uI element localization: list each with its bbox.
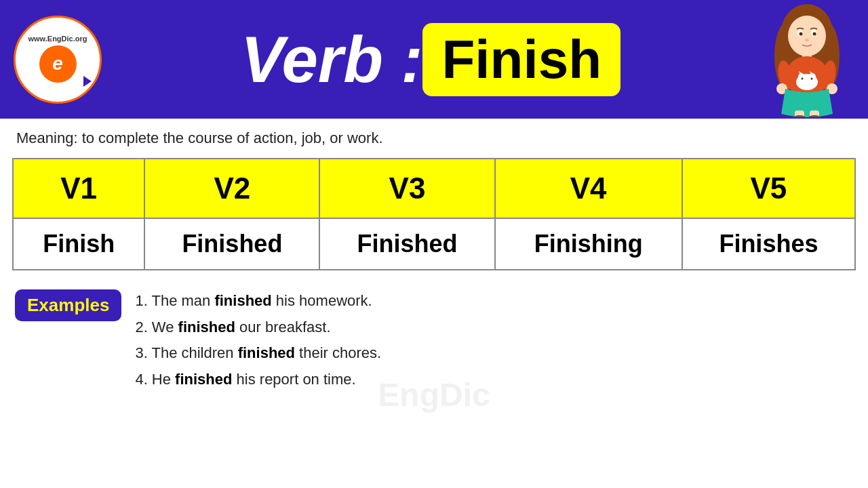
cell-v2: Finished bbox=[144, 218, 319, 270]
cell-v1: Finish bbox=[13, 218, 144, 270]
header-title-area: Verb : Finish bbox=[102, 22, 760, 97]
verb-forms-table: V1 V2 V3 V4 V5 Finish Finished Finished … bbox=[12, 158, 856, 270]
character-illustration bbox=[760, 2, 854, 117]
meaning-text: to complete the course of action, job, o… bbox=[78, 129, 383, 146]
svg-point-7 bbox=[813, 32, 816, 35]
verb-word: Finish bbox=[441, 29, 601, 89]
svg-point-20 bbox=[802, 77, 804, 79]
examples-badge: Examples bbox=[15, 289, 121, 321]
verb-table-wrapper: V1 V2 V3 V4 V5 Finish Finished Finished … bbox=[0, 158, 868, 270]
logo-e-icon bbox=[39, 45, 77, 83]
col-header-v5: V5 bbox=[682, 159, 855, 218]
svg-point-8 bbox=[805, 39, 809, 41]
logo-arrow-icon bbox=[83, 76, 92, 87]
meaning-label: Meaning: bbox=[16, 129, 78, 146]
col-header-v4: V4 bbox=[495, 159, 682, 218]
col-header-v2: V2 bbox=[144, 159, 319, 218]
cell-v5: Finishes bbox=[682, 218, 855, 270]
table-header-row: V1 V2 V3 V4 V5 bbox=[13, 159, 855, 218]
example-item-1: 1. The man finished his homework. bbox=[135, 288, 381, 314]
examples-badge-label: Examples bbox=[27, 295, 109, 315]
examples-section: Examples 1. The man finished his homewor… bbox=[0, 273, 868, 399]
examples-list: 1. The man finished his homework. 2. We … bbox=[135, 288, 381, 392]
logo-top-text: www.EngDic.org bbox=[28, 35, 87, 43]
cell-v3: Finished bbox=[319, 218, 494, 270]
logo: www.EngDic.org bbox=[14, 16, 102, 104]
example-item-2: 2. We finished our breakfast. bbox=[135, 314, 381, 341]
svg-point-3 bbox=[788, 16, 826, 56]
svg-point-6 bbox=[800, 32, 803, 35]
verb-label: Verb : bbox=[241, 22, 423, 97]
example-item-4: 4. He finished his report on time. bbox=[135, 367, 381, 393]
svg-point-21 bbox=[811, 77, 813, 79]
meaning-row: Meaning: to complete the course of actio… bbox=[0, 119, 868, 157]
header-banner: www.EngDic.org Verb : Finish bbox=[0, 0, 868, 119]
verb-word-box: Finish bbox=[422, 23, 620, 96]
cell-v4: Finishing bbox=[495, 218, 682, 270]
table-values-row: Finish Finished Finished Finishing Finis… bbox=[13, 218, 855, 270]
col-header-v3: V3 bbox=[319, 159, 494, 218]
col-header-v1: V1 bbox=[13, 159, 144, 218]
example-item-3: 3. The children finished their chores. bbox=[135, 340, 381, 367]
